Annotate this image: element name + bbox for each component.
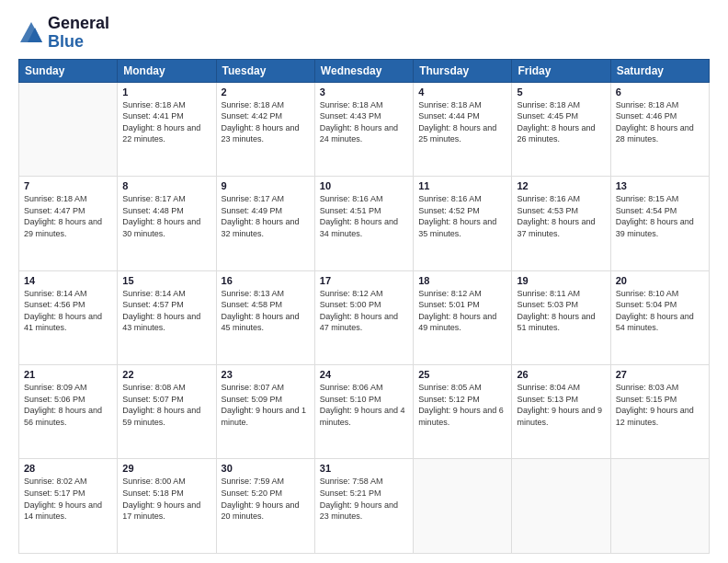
- weekday-header-monday: Monday: [118, 59, 216, 82]
- cell-sun-info: Sunrise: 7:58 AMSunset: 5:21 PMDaylight:…: [320, 476, 408, 522]
- calendar-cell: 7Sunrise: 8:18 AMSunset: 4:47 PMDaylight…: [19, 177, 118, 270]
- day-number: 7: [24, 180, 112, 191]
- day-number: 12: [517, 180, 605, 191]
- calendar-table: SundayMondayTuesdayWednesdayThursdayFrid…: [18, 59, 710, 554]
- cell-sun-info: Sunrise: 8:18 AMSunset: 4:47 PMDaylight:…: [24, 193, 112, 239]
- day-number: 27: [616, 369, 704, 380]
- week-row-4: 21Sunrise: 8:09 AMSunset: 5:06 PMDayligh…: [19, 365, 710, 459]
- calendar-cell: 12Sunrise: 8:16 AMSunset: 4:53 PMDayligh…: [512, 177, 610, 270]
- day-number: 5: [517, 86, 605, 98]
- cell-sun-info: Sunrise: 8:18 AMSunset: 4:41 PMDaylight:…: [122, 99, 210, 145]
- calendar-cell: 8Sunrise: 8:17 AMSunset: 4:48 PMDaylight…: [118, 177, 216, 270]
- cell-sun-info: Sunrise: 8:05 AMSunset: 5:12 PMDaylight:…: [418, 382, 506, 428]
- day-number: 6: [616, 86, 704, 98]
- calendar-cell: 6Sunrise: 8:18 AMSunset: 4:46 PMDaylight…: [610, 82, 709, 176]
- day-number: 15: [122, 275, 210, 286]
- cell-sun-info: Sunrise: 8:18 AMSunset: 4:45 PMDaylight:…: [517, 99, 605, 145]
- calendar-cell: 11Sunrise: 8:16 AMSunset: 4:52 PMDayligh…: [414, 177, 512, 270]
- calendar-cell: 19Sunrise: 8:11 AMSunset: 5:03 PMDayligh…: [512, 270, 610, 364]
- cell-sun-info: Sunrise: 8:04 AMSunset: 5:13 PMDaylight:…: [517, 382, 605, 428]
- cell-sun-info: Sunrise: 8:18 AMSunset: 4:44 PMDaylight:…: [418, 99, 506, 145]
- page: General Blue SundayMondayTuesdayWednesda…: [0, 0, 728, 563]
- cell-sun-info: Sunrise: 8:02 AMSunset: 5:17 PMDaylight:…: [24, 476, 112, 522]
- day-number: 26: [517, 369, 605, 380]
- cell-sun-info: Sunrise: 8:11 AMSunset: 5:03 PMDaylight:…: [517, 288, 605, 334]
- day-number: 22: [122, 369, 210, 380]
- day-number: 23: [222, 369, 310, 380]
- calendar-cell: 13Sunrise: 8:15 AMSunset: 4:54 PMDayligh…: [610, 177, 709, 270]
- cell-sun-info: Sunrise: 8:16 AMSunset: 4:52 PMDaylight:…: [418, 193, 506, 239]
- calendar-cell: 30Sunrise: 7:59 AMSunset: 5:20 PMDayligh…: [216, 459, 314, 554]
- cell-sun-info: Sunrise: 8:09 AMSunset: 5:06 PMDaylight:…: [24, 382, 112, 428]
- calendar-cell: 28Sunrise: 8:02 AMSunset: 5:17 PMDayligh…: [19, 459, 118, 554]
- day-number: 30: [222, 463, 310, 474]
- calendar-cell: 3Sunrise: 8:18 AMSunset: 4:43 PMDaylight…: [314, 82, 413, 176]
- day-number: 31: [320, 463, 408, 474]
- cell-sun-info: Sunrise: 8:00 AMSunset: 5:18 PMDaylight:…: [122, 476, 210, 522]
- cell-sun-info: Sunrise: 8:16 AMSunset: 4:51 PMDaylight:…: [320, 193, 408, 239]
- calendar-cell: 5Sunrise: 8:18 AMSunset: 4:45 PMDaylight…: [512, 82, 610, 176]
- day-number: 10: [320, 180, 408, 191]
- cell-sun-info: Sunrise: 8:18 AMSunset: 4:42 PMDaylight:…: [222, 99, 310, 145]
- weekday-header-tuesday: Tuesday: [216, 59, 314, 82]
- cell-sun-info: Sunrise: 8:08 AMSunset: 5:07 PMDaylight:…: [122, 382, 210, 428]
- cell-sun-info: Sunrise: 8:14 AMSunset: 4:57 PMDaylight:…: [122, 288, 210, 334]
- cell-sun-info: Sunrise: 8:12 AMSunset: 5:01 PMDaylight:…: [418, 288, 506, 334]
- cell-sun-info: Sunrise: 8:07 AMSunset: 5:09 PMDaylight:…: [222, 382, 310, 428]
- calendar-cell: 27Sunrise: 8:03 AMSunset: 5:15 PMDayligh…: [610, 365, 709, 459]
- cell-sun-info: Sunrise: 8:18 AMSunset: 4:43 PMDaylight:…: [320, 99, 408, 145]
- day-number: 18: [418, 275, 506, 286]
- cell-sun-info: Sunrise: 8:15 AMSunset: 4:54 PMDaylight:…: [616, 193, 704, 239]
- day-number: 16: [222, 275, 310, 286]
- calendar-cell: 4Sunrise: 8:18 AMSunset: 4:44 PMDaylight…: [414, 82, 512, 176]
- weekday-header-saturday: Saturday: [610, 59, 709, 82]
- day-number: 29: [122, 463, 210, 474]
- day-number: 14: [24, 275, 112, 286]
- calendar-cell: 20Sunrise: 8:10 AMSunset: 5:04 PMDayligh…: [610, 270, 709, 364]
- cell-sun-info: Sunrise: 8:12 AMSunset: 5:00 PMDaylight:…: [320, 288, 408, 334]
- logo-text: General Blue: [48, 15, 109, 52]
- header: General Blue: [18, 15, 710, 52]
- day-number: 4: [418, 86, 506, 98]
- day-number: 19: [517, 275, 605, 286]
- week-row-5: 28Sunrise: 8:02 AMSunset: 5:17 PMDayligh…: [19, 459, 710, 554]
- calendar-cell: [19, 82, 118, 176]
- day-number: 25: [418, 369, 506, 380]
- week-row-2: 7Sunrise: 8:18 AMSunset: 4:47 PMDaylight…: [19, 177, 710, 270]
- cell-sun-info: Sunrise: 8:18 AMSunset: 4:46 PMDaylight:…: [616, 99, 704, 145]
- week-row-3: 14Sunrise: 8:14 AMSunset: 4:56 PMDayligh…: [19, 270, 710, 364]
- week-row-1: 1Sunrise: 8:18 AMSunset: 4:41 PMDaylight…: [19, 82, 710, 176]
- weekday-header-wednesday: Wednesday: [314, 59, 413, 82]
- day-number: 21: [24, 369, 112, 380]
- calendar-cell: 17Sunrise: 8:12 AMSunset: 5:00 PMDayligh…: [314, 270, 413, 364]
- calendar-cell: 1Sunrise: 8:18 AMSunset: 4:41 PMDaylight…: [118, 82, 216, 176]
- calendar-cell: 9Sunrise: 8:17 AMSunset: 4:49 PMDaylight…: [216, 177, 314, 270]
- weekday-header-thursday: Thursday: [414, 59, 512, 82]
- calendar-cell: 24Sunrise: 8:06 AMSunset: 5:10 PMDayligh…: [314, 365, 413, 459]
- calendar-cell: 18Sunrise: 8:12 AMSunset: 5:01 PMDayligh…: [414, 270, 512, 364]
- day-number: 28: [24, 463, 112, 474]
- calendar-cell: 10Sunrise: 8:16 AMSunset: 4:51 PMDayligh…: [314, 177, 413, 270]
- calendar-cell: [414, 459, 512, 554]
- cell-sun-info: Sunrise: 8:10 AMSunset: 5:04 PMDaylight:…: [616, 288, 704, 334]
- calendar-cell: 26Sunrise: 8:04 AMSunset: 5:13 PMDayligh…: [512, 365, 610, 459]
- calendar-cell: 31Sunrise: 7:58 AMSunset: 5:21 PMDayligh…: [314, 459, 413, 554]
- calendar-cell: [610, 459, 709, 554]
- day-number: 1: [122, 86, 210, 98]
- calendar-cell: 23Sunrise: 8:07 AMSunset: 5:09 PMDayligh…: [216, 365, 314, 459]
- logo: General Blue: [18, 15, 109, 52]
- calendar-cell: 29Sunrise: 8:00 AMSunset: 5:18 PMDayligh…: [118, 459, 216, 554]
- cell-sun-info: Sunrise: 8:06 AMSunset: 5:10 PMDaylight:…: [320, 382, 408, 428]
- calendar-cell: 21Sunrise: 8:09 AMSunset: 5:06 PMDayligh…: [19, 365, 118, 459]
- weekday-header-row: SundayMondayTuesdayWednesdayThursdayFrid…: [19, 59, 710, 82]
- day-number: 2: [222, 86, 310, 98]
- calendar-cell: 16Sunrise: 8:13 AMSunset: 4:58 PMDayligh…: [216, 270, 314, 364]
- calendar-cell: [512, 459, 610, 554]
- day-number: 9: [222, 180, 310, 191]
- weekday-header-sunday: Sunday: [19, 59, 118, 82]
- day-number: 3: [320, 86, 408, 98]
- cell-sun-info: Sunrise: 8:16 AMSunset: 4:53 PMDaylight:…: [517, 193, 605, 239]
- cell-sun-info: Sunrise: 8:03 AMSunset: 5:15 PMDaylight:…: [616, 382, 704, 428]
- day-number: 20: [616, 275, 704, 286]
- cell-sun-info: Sunrise: 8:17 AMSunset: 4:49 PMDaylight:…: [222, 193, 310, 239]
